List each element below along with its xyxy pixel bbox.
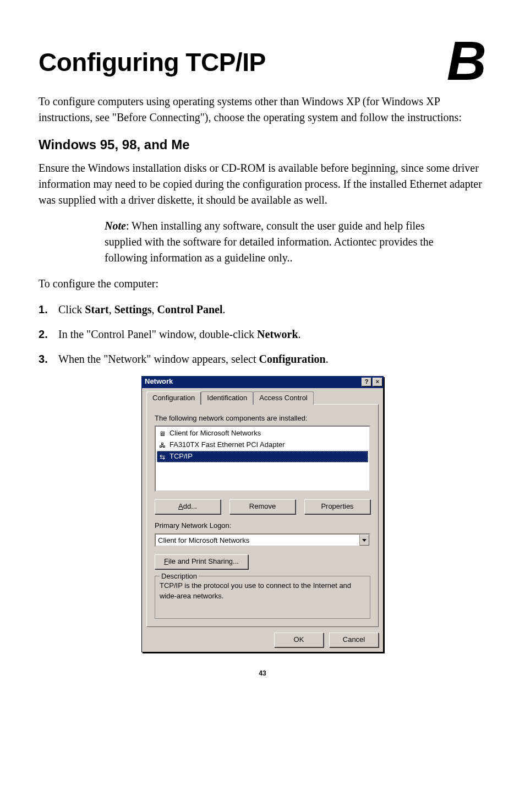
- add-button[interactable]: Add...: [155, 499, 221, 514]
- page-number: 43: [39, 669, 486, 678]
- tab-access-control[interactable]: Access Control: [253, 391, 313, 405]
- tab-configuration[interactable]: Configuration: [146, 391, 201, 405]
- steps-list: Click Start, Settings, Control Panel. In…: [39, 302, 486, 367]
- configure-lead: To configure the computer:: [39, 276, 486, 292]
- primary-logon-value: Client for Microsoft Networks: [156, 535, 359, 546]
- list-item-selected[interactable]: ⇆ TCP/IP: [157, 451, 368, 462]
- close-icon[interactable]: ×: [373, 378, 382, 386]
- primary-logon-label: Primary Network Logon:: [155, 521, 370, 531]
- remove-button[interactable]: Remove: [229, 499, 296, 514]
- network-dialog: Network ? × Configuration Identification…: [141, 376, 384, 652]
- lead-paragraph: To configure computers using operating s…: [39, 94, 486, 126]
- description-legend: Description: [160, 571, 199, 582]
- help-icon[interactable]: ?: [362, 378, 371, 386]
- protocol-icon: ⇆: [158, 453, 167, 461]
- tab-identification[interactable]: Identification: [201, 391, 253, 405]
- page-title: Configuring TCP/IP: [39, 44, 266, 81]
- appendix-letter: B: [447, 39, 486, 83]
- description-text: TCP/IP is the protocol you use to connec…: [160, 581, 365, 602]
- step-3: When the "Network" window appears, selec…: [39, 351, 486, 367]
- components-label: The following network components are ins…: [155, 413, 370, 424]
- note-body: : When installing any software, consult …: [105, 220, 434, 264]
- section-heading: Windows 95, 98, and Me: [39, 135, 486, 155]
- adapter-icon: 🖧: [158, 441, 167, 450]
- computer-icon: 🖥: [158, 429, 167, 438]
- primary-logon-combo[interactable]: Client for Microsoft Networks: [155, 533, 370, 547]
- properties-button[interactable]: Properties: [304, 499, 370, 514]
- cancel-button[interactable]: Cancel: [329, 633, 379, 647]
- section-intro: Ensure the Windows installation disks or…: [39, 160, 486, 208]
- step-2: In the "Control Panel" window, double-cl…: [39, 326, 486, 342]
- description-groupbox: Description TCP/IP is the protocol you u…: [155, 576, 370, 619]
- list-item[interactable]: 🖥 Client for Microsoft Networks: [157, 428, 368, 439]
- note-label: Note: [105, 220, 126, 232]
- chevron-down-icon[interactable]: [359, 535, 369, 546]
- note-block: Note: When installing any software, cons…: [105, 218, 442, 266]
- list-item[interactable]: 🖧 FA310TX Fast Ethernet PCI Adapter: [157, 439, 368, 451]
- components-listbox[interactable]: 🖥 Client for Microsoft Networks 🖧 FA310T…: [155, 426, 370, 492]
- dialog-titlebar: Network ? ×: [141, 376, 384, 388]
- dialog-title: Network: [145, 377, 173, 387]
- ok-button[interactable]: OK: [274, 633, 324, 647]
- svg-marker-0: [362, 539, 367, 542]
- file-print-sharing-button[interactable]: File and Print Sharing...: [155, 554, 248, 569]
- step-1: Click Start, Settings, Control Panel.: [39, 302, 486, 318]
